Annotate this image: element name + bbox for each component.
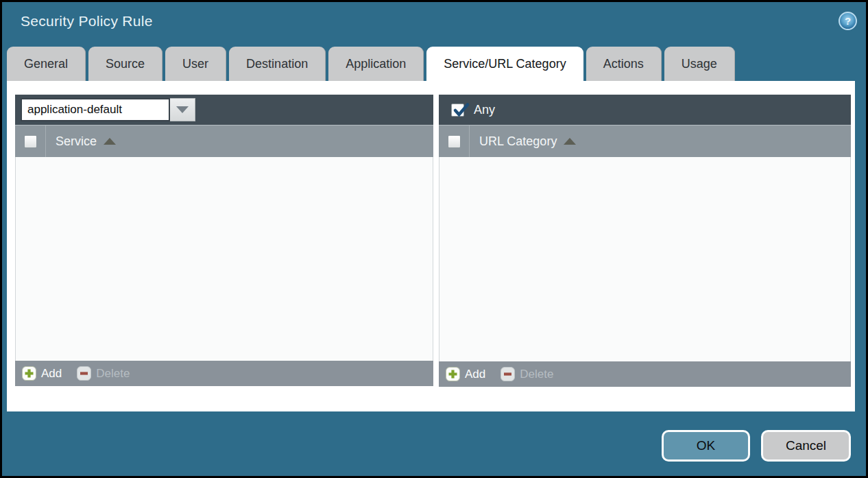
service-table-body[interactable] <box>15 157 433 361</box>
page-title: Security Policy Rule <box>21 13 153 29</box>
service-table-header: Service <box>15 125 433 157</box>
url-category-panel-footer: Add Delete <box>439 361 851 387</box>
tab-actions[interactable]: Actions <box>586 47 662 81</box>
any-checkbox[interactable] <box>451 104 464 117</box>
add-icon <box>446 367 460 381</box>
tab-source[interactable]: Source <box>88 47 162 81</box>
checkmark-icon <box>453 101 470 119</box>
cancel-button[interactable]: Cancel <box>761 430 851 462</box>
titlebar: Security Policy Rule ? <box>2 2 866 47</box>
service-panel: Service Add De <box>15 95 433 386</box>
add-icon <box>22 366 36 381</box>
ok-button[interactable]: OK <box>662 430 750 462</box>
tab-application[interactable]: Application <box>328 47 424 81</box>
url-category-add-button[interactable]: Add <box>446 367 485 381</box>
tab-destination[interactable]: Destination <box>229 47 326 81</box>
tab-bar: General Source User Destination Applicat… <box>7 47 861 81</box>
service-panel-footer: Add Delete <box>15 361 433 386</box>
service-add-button[interactable]: Add <box>22 366 62 381</box>
sort-ascending-icon <box>564 138 576 145</box>
delete-icon <box>77 366 91 381</box>
any-checkbox-label: Any <box>474 103 495 117</box>
tab-content: Service Add De <box>7 81 855 411</box>
url-category-column-header[interactable]: URL Category <box>479 134 576 149</box>
url-category-delete-button[interactable]: Delete <box>501 367 553 381</box>
dialog-actions: OK Cancel <box>662 430 851 462</box>
tab-usage[interactable]: Usage <box>664 47 735 81</box>
delete-icon <box>501 367 515 381</box>
service-type-combo <box>21 98 195 121</box>
help-icon[interactable]: ? <box>839 12 857 30</box>
tab-general[interactable]: General <box>7 47 86 81</box>
url-category-table-body[interactable] <box>439 157 851 361</box>
url-category-panel-topbar: Any <box>439 95 851 125</box>
service-column-header[interactable]: Service <box>56 134 116 149</box>
security-policy-rule-dialog: Security Policy Rule ? General Source Us… <box>0 0 868 478</box>
service-delete-button[interactable]: Delete <box>77 366 130 381</box>
sort-ascending-icon <box>104 138 116 145</box>
chevron-down-icon <box>176 106 189 113</box>
service-select-all-checkbox[interactable] <box>24 135 37 148</box>
service-type-input[interactable] <box>21 98 170 121</box>
service-type-dropdown-button[interactable] <box>170 98 195 121</box>
tab-service-url-category[interactable]: Service/URL Category <box>426 47 583 81</box>
url-category-select-all-checkbox[interactable] <box>448 135 461 148</box>
service-panel-topbar <box>15 95 433 125</box>
url-category-table-header: URL Category <box>439 125 851 157</box>
url-category-panel: Any URL Category A <box>439 95 851 387</box>
tab-user[interactable]: User <box>165 47 226 81</box>
